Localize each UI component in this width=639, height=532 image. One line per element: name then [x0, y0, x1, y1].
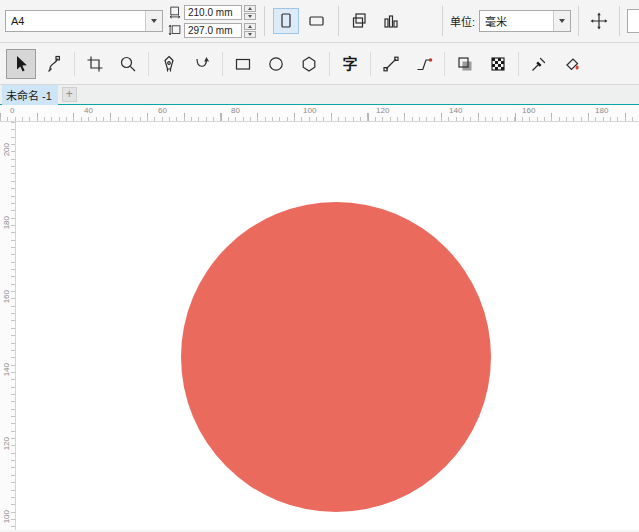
separator [370, 52, 371, 76]
vruler-label: 140 [2, 363, 11, 376]
separator [222, 52, 223, 76]
hruler-label: 180 [595, 106, 608, 115]
units-label: 单位: [450, 13, 475, 29]
ellipse-object[interactable] [181, 202, 491, 512]
drop-shadow-icon [455, 54, 475, 74]
height-spin-down-icon[interactable] [244, 31, 256, 38]
crop-icon [85, 54, 105, 74]
pick-arrow-icon [11, 54, 31, 74]
separator [518, 52, 519, 76]
polyline-icon [414, 54, 434, 74]
separator [578, 6, 579, 36]
pen-tool-button[interactable] [154, 49, 184, 79]
rectangle-tool-button[interactable] [228, 49, 258, 79]
drop-shadow-tool-button[interactable] [450, 49, 480, 79]
ellipse-icon [266, 54, 286, 74]
landscape-page-icon [307, 11, 327, 31]
stacked-pages-icon [350, 11, 370, 31]
vruler-label: 200 [2, 143, 11, 156]
vruler-label: 180 [2, 216, 11, 229]
magnifier-icon [118, 54, 138, 74]
checkerboard-icon [488, 54, 508, 74]
page-size-dropdown[interactable]: A4 [5, 10, 163, 32]
hruler-label: 60 [158, 106, 167, 115]
chevron-down-icon[interactable] [553, 11, 570, 31]
smart-fill-tool-button[interactable] [557, 49, 587, 79]
separator [338, 6, 339, 36]
hruler-label: 140 [449, 106, 462, 115]
polygon-icon [299, 54, 319, 74]
polyline-tool-button[interactable] [409, 49, 439, 79]
units-value: 毫米 [480, 13, 553, 29]
shape-tool-button[interactable] [39, 49, 69, 79]
nudge-offset-button[interactable] [586, 8, 612, 34]
tab-untitled-document[interactable]: 未命名 -1 [0, 85, 58, 104]
pen-nib-icon [159, 54, 179, 74]
vruler-label: 120 [2, 437, 11, 450]
vertical-ruler[interactable]: 200 180 160 140 120 100 [0, 122, 16, 530]
vruler-label: 160 [2, 290, 11, 303]
ruler-minor-ticks [0, 117, 639, 121]
drawing-workspace: 0 40 60 80 100 120 140 160 180 200 180 1… [0, 105, 639, 530]
hruler-label: 120 [376, 106, 389, 115]
fill-bucket-icon [562, 54, 582, 74]
vruler-label: 100 [2, 510, 11, 523]
hruler-label: 100 [303, 106, 316, 115]
all-pages-button[interactable] [347, 8, 373, 34]
page-dimensions: 210.0 mm 297.0 mm [168, 4, 256, 38]
separator [442, 6, 443, 36]
line-icon [381, 54, 401, 74]
separator [264, 6, 265, 36]
zoom-tool-button[interactable] [113, 49, 143, 79]
page-width-icon [168, 5, 182, 19]
drawing-canvas[interactable] [16, 122, 639, 530]
polygon-tool-button[interactable] [294, 49, 324, 79]
line-tool-button[interactable] [376, 49, 406, 79]
page-bars-icon [381, 11, 401, 31]
units-dropdown[interactable]: 毫米 [479, 10, 571, 32]
pick-tool-button[interactable] [6, 49, 36, 79]
text-tool-button[interactable]: 字 [335, 49, 365, 79]
separator [444, 52, 445, 76]
chevron-down-icon[interactable] [145, 11, 162, 31]
width-spin-down-icon[interactable] [244, 13, 256, 20]
hruler-label: 40 [84, 106, 93, 115]
width-spin-up-icon[interactable] [244, 5, 256, 12]
page-width-input[interactable]: 210.0 mm [184, 5, 242, 20]
eyedropper-icon [529, 54, 549, 74]
separator [329, 52, 330, 76]
document-tab-title: 未命名 -1 [2, 85, 58, 105]
rectangle-icon [233, 54, 253, 74]
property-bar: A4 210.0 mm 297.0 mm [0, 0, 639, 43]
document-tab-bar: 未命名 -1 + [0, 85, 639, 105]
separator [619, 6, 620, 36]
horizontal-ruler[interactable]: 0 40 60 80 100 120 140 160 180 [0, 105, 639, 122]
hruler-label: 160 [522, 106, 535, 115]
page-height-input[interactable]: 297.0 mm [184, 23, 242, 38]
separator [148, 52, 149, 76]
current-page-button[interactable] [378, 8, 404, 34]
toolbox: 字 [0, 43, 639, 85]
text-tool-icon: 字 [342, 56, 357, 71]
curve-icon [192, 54, 212, 74]
canvas-row: 200 180 160 140 120 100 [0, 122, 639, 530]
crosshair-move-icon [589, 11, 609, 31]
clipped-right-field[interactable] [627, 9, 639, 33]
page-height-icon [168, 23, 182, 37]
bspline-tool-button[interactable] [187, 49, 217, 79]
height-spin-up-icon[interactable] [244, 23, 256, 30]
separator [74, 52, 75, 76]
eyedropper-tool-button[interactable] [524, 49, 554, 79]
ellipse-tool-button[interactable] [261, 49, 291, 79]
crop-tool-button[interactable] [80, 49, 110, 79]
hruler-label: 80 [231, 106, 240, 115]
landscape-orientation-button[interactable] [304, 8, 330, 34]
shape-tool-icon [44, 54, 64, 74]
units-group: 单位: 毫米 [439, 6, 634, 36]
new-document-tab-button[interactable]: + [62, 87, 77, 102]
page-size-value: A4 [6, 15, 145, 27]
portrait-page-icon [276, 11, 296, 31]
hruler-label: 0 [10, 106, 14, 115]
pattern-fill-tool-button[interactable] [483, 49, 513, 79]
portrait-orientation-button[interactable] [273, 8, 299, 34]
